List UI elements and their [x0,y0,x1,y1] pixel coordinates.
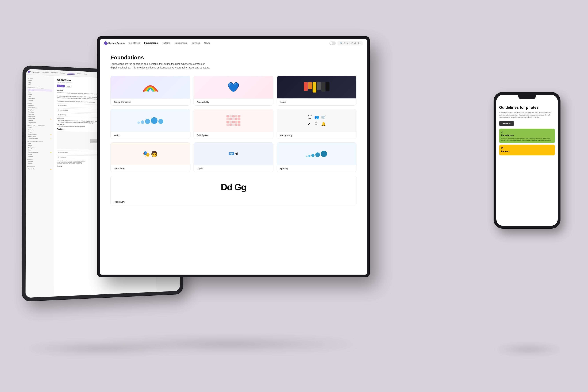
patterns-card-icon: ⊞ [501,147,553,150]
gc [230,124,232,126]
card-grid-system[interactable]: Grid System [194,109,273,139]
desktop-search-text: Search (Cmd + K) [344,42,360,44]
swatch-gray [317,82,321,90]
card-logos[interactable]: tape ·d Logos [194,142,273,172]
grid-pattern [226,115,240,126]
desktop-nav-patterns[interactable]: Patterns [162,41,170,45]
motion-dot-5 [158,119,163,124]
mobile-device: Guidelines for pirates The Digitec Galax… [494,92,560,228]
tablet-nav-patterns[interactable]: Patterns [60,72,66,74]
swatch-orange [308,82,312,89]
sidebar-item-skeleton[interactable]: Skeleton [27,160,52,163]
motion-dot-1 [138,122,140,124]
card-design-principles[interactable]: Design Principles [110,76,190,106]
icon-bell: 🔔 [321,122,326,126]
gc [232,124,235,126]
card-spacing-image [277,142,356,165]
sidebar-item-spinner[interactable]: Spinner [27,162,52,165]
mobile-cta-button[interactable]: Get started [499,121,514,126]
icon-people: 👥 [314,115,319,120]
mobile-card-foundations[interactable]: ◇ Foundations Principles and elements th… [499,128,555,143]
sidebar-item-thumbgallery[interactable]: Thumbnail Gallery🔒 [28,137,52,140]
desktop-nav-components[interactable]: Components [174,41,188,45]
sp-dot-2 [308,155,310,157]
card-logos-label: Logos [194,165,273,172]
sidebar-section-indicators: Indicators and Status [27,141,52,142]
color-swatches [304,82,330,92]
foundations-card-icon: ◇ [501,131,553,134]
sidebar-section-loaders: Loaders [27,159,52,160]
desktop-topbar: Design System Get started Foundations Pa… [100,39,367,48]
mobile-notch [518,95,536,99]
desktop-nav-getstarted[interactable]: Get started [129,41,140,45]
theme-toggle[interactable] [330,42,336,45]
gc [230,115,232,118]
foundations-cards-grid: Design Principles 💙 Accessibility [110,76,356,172]
motion-dot-3 [145,119,150,124]
chevron-icon-3: ▶ [58,114,60,116]
gc [238,115,240,118]
tablet-nav-news[interactable]: News [83,73,87,76]
heart-icon: 💙 [227,82,240,93]
illus-emoji-1: 🎭 [143,150,150,157]
swatch-black [326,82,330,91]
code-button[interactable]: Code [66,85,72,88]
card-grid-label: Grid System [194,132,273,139]
chevron-icon-5: ▶ [58,156,60,158]
tablet-nav-foundations[interactable]: Foundations [51,72,58,74]
sp-dot-5 [321,151,327,157]
icon-chat: 💬 [308,115,312,120]
desktop-nav-foundations[interactable]: Foundations [144,41,158,45]
mobile-shadow [494,345,564,354]
search-icon-desktop: 🔍 [340,42,342,44]
sp-dot-1 [306,156,308,157]
card-motion-image [111,109,190,132]
card-illustrations-image: 🎭 🧑 [111,142,190,165]
tablet-nav-getstarted[interactable]: Get started [42,71,49,74]
card-design-principles-image [111,76,190,98]
gc [226,121,229,123]
desktop-device: Design System Get started Foundations Pa… [98,36,369,277]
icons-display: 💬 👥 🛒 ↗ ♡ 🔔 [308,115,326,126]
mobile-card-patterns[interactable]: ⊞ Patterns [499,144,555,156]
tablet-nav-develop[interactable]: Develop [76,73,82,75]
desktop-nav-develop[interactable]: Develop [192,41,200,45]
tablet-nav-components[interactable]: Components [67,72,75,75]
mobile-foundations-title: Foundations [501,134,553,136]
card-motion-label: Motion [111,132,190,139]
card-motion[interactable]: Motion [110,109,190,139]
spacing-display [306,151,327,157]
sidebar-item-apptopbar[interactable]: App Top Bar🔒 [27,168,52,170]
sidebar-section-images: Images and Illustrations [28,125,52,126]
swatch-red [304,82,308,91]
card-colors[interactable]: Colors [277,76,356,106]
logo-d: ·d [235,152,238,156]
gc [235,124,238,126]
desktop-search[interactable]: 🔍 Search (Cmd + K) [338,41,363,46]
gc [235,115,238,118]
collapsible-availability-label: Availability [60,114,66,116]
logo-diamond-icon [28,70,30,73]
card-spacing[interactable]: Spacing [277,142,356,172]
card-iconography[interactable]: 💬 👥 🛒 ↗ ♡ 🔔 Iconography [277,109,356,139]
gc [230,121,232,123]
icon-heart: ♡ [314,122,319,126]
card-illustrations[interactable]: 🎭 🧑 Illustrations [110,142,190,172]
desktop-logo: Design System [104,42,124,45]
tablet-logo: Design System [28,71,40,73]
group-button[interactable]: ▦ Group [57,84,65,88]
illus-emoji-2: 🧑 [151,150,158,157]
card-accessibility[interactable]: 💙 Accessibility [194,76,273,106]
mobile-content: Guidelines for pirates The Digitec Galax… [496,102,558,226]
collapsible-avail-label: Availability [60,156,66,158]
gc [226,118,229,120]
desktop-nav-news[interactable]: News [204,41,210,45]
sidebar-item-timeline[interactable]: Timeline [27,155,52,158]
sidebar-item-toggleswitch[interactable]: Toggle Switch [28,122,52,124]
card-iconography-image: 💬 👥 🛒 ↗ ♡ 🔔 [277,109,356,132]
gc [238,121,240,123]
card-grid-image [194,109,273,132]
mobile-screen: Guidelines for pirates The Digitec Galax… [496,95,558,226]
card-typography-partial[interactable]: Dd Gg Typography [110,176,356,206]
collapsible-specifications-label: Specifications [60,110,68,111]
